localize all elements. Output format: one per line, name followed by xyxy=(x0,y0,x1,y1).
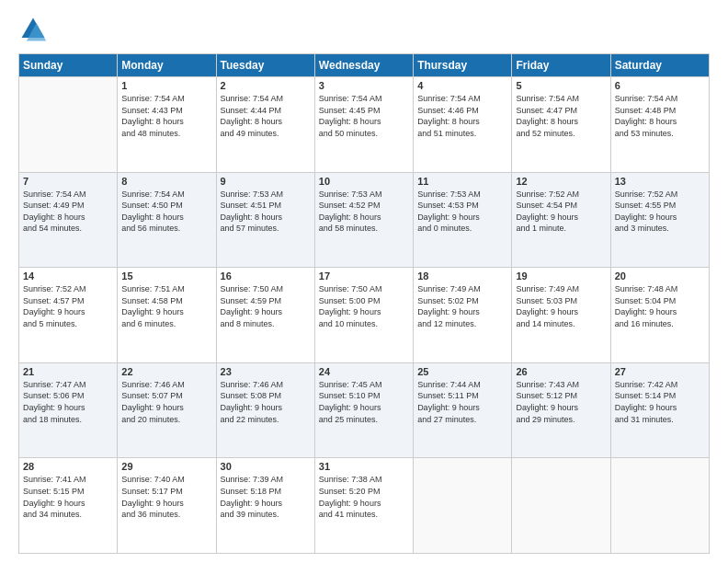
day-number: 30 xyxy=(221,461,311,472)
calendar-cell: 24Sunrise: 7:45 AM Sunset: 5:10 PM Dayli… xyxy=(314,362,413,458)
calendar-cell: 20Sunrise: 7:48 AM Sunset: 5:04 PM Dayli… xyxy=(610,268,709,363)
day-number: 22 xyxy=(121,366,211,377)
day-number: 21 xyxy=(23,366,113,377)
day-number: 10 xyxy=(319,176,409,187)
day-number: 4 xyxy=(417,80,507,91)
day-info: Sunrise: 7:50 AM Sunset: 4:59 PM Dayligh… xyxy=(221,283,311,329)
calendar-cell: 28Sunrise: 7:41 AM Sunset: 5:15 PM Dayli… xyxy=(19,458,118,554)
header xyxy=(18,15,710,44)
calendar-cell: 13Sunrise: 7:52 AM Sunset: 4:55 PM Dayli… xyxy=(610,172,709,268)
calendar-cell: 6Sunrise: 7:54 AM Sunset: 4:48 PM Daylig… xyxy=(610,77,709,173)
weekday-header-friday: Friday xyxy=(512,54,610,77)
day-info: Sunrise: 7:52 AM Sunset: 4:54 PM Dayligh… xyxy=(516,189,606,235)
day-number: 8 xyxy=(121,176,211,187)
day-number: 3 xyxy=(319,80,409,91)
calendar-cell: 31Sunrise: 7:38 AM Sunset: 5:20 PM Dayli… xyxy=(314,458,413,554)
day-number: 5 xyxy=(516,80,606,91)
day-info: Sunrise: 7:54 AM Sunset: 4:45 PM Dayligh… xyxy=(319,93,409,139)
day-number: 19 xyxy=(516,270,606,282)
calendar-cell: 14Sunrise: 7:52 AM Sunset: 4:57 PM Dayli… xyxy=(19,268,118,363)
calendar-cell: 17Sunrise: 7:50 AM Sunset: 5:00 PM Dayli… xyxy=(314,268,413,363)
week-row-3: 14Sunrise: 7:52 AM Sunset: 4:57 PM Dayli… xyxy=(19,268,710,363)
day-info: Sunrise: 7:52 AM Sunset: 4:57 PM Dayligh… xyxy=(23,283,113,329)
weekday-header-monday: Monday xyxy=(118,54,216,77)
calendar-cell: 15Sunrise: 7:51 AM Sunset: 4:58 PM Dayli… xyxy=(118,268,216,363)
day-info: Sunrise: 7:54 AM Sunset: 4:44 PM Dayligh… xyxy=(221,93,311,139)
weekday-header-saturday: Saturday xyxy=(610,54,709,77)
day-info: Sunrise: 7:45 AM Sunset: 5:10 PM Dayligh… xyxy=(319,379,409,425)
weekday-header-tuesday: Tuesday xyxy=(216,54,314,77)
calendar-cell: 10Sunrise: 7:53 AM Sunset: 4:52 PM Dayli… xyxy=(314,172,413,268)
calendar-cell: 16Sunrise: 7:50 AM Sunset: 4:59 PM Dayli… xyxy=(216,268,314,363)
calendar-cell: 4Sunrise: 7:54 AM Sunset: 4:46 PM Daylig… xyxy=(414,77,512,173)
calendar-cell: 25Sunrise: 7:44 AM Sunset: 5:11 PM Dayli… xyxy=(414,362,512,458)
week-row-1: 1Sunrise: 7:54 AM Sunset: 4:43 PM Daylig… xyxy=(19,77,710,173)
day-info: Sunrise: 7:39 AM Sunset: 5:18 PM Dayligh… xyxy=(221,474,311,520)
calendar-cell: 19Sunrise: 7:49 AM Sunset: 5:03 PM Dayli… xyxy=(512,268,610,363)
day-number: 1 xyxy=(121,80,211,91)
day-number: 13 xyxy=(615,176,705,187)
calendar-cell xyxy=(19,77,118,173)
day-number: 29 xyxy=(121,461,211,472)
day-number: 23 xyxy=(221,366,311,377)
day-number: 2 xyxy=(221,80,311,91)
week-row-5: 28Sunrise: 7:41 AM Sunset: 5:15 PM Dayli… xyxy=(19,458,710,554)
calendar-cell: 21Sunrise: 7:47 AM Sunset: 5:06 PM Dayli… xyxy=(19,362,118,458)
week-row-2: 7Sunrise: 7:54 AM Sunset: 4:49 PM Daylig… xyxy=(19,172,710,268)
calendar-cell: 5Sunrise: 7:54 AM Sunset: 4:47 PM Daylig… xyxy=(512,77,610,173)
day-info: Sunrise: 7:49 AM Sunset: 5:02 PM Dayligh… xyxy=(417,283,507,329)
day-number: 20 xyxy=(615,270,705,282)
logo xyxy=(18,15,51,44)
calendar-cell: 3Sunrise: 7:54 AM Sunset: 4:45 PM Daylig… xyxy=(314,77,413,173)
day-info: Sunrise: 7:42 AM Sunset: 5:14 PM Dayligh… xyxy=(615,379,705,425)
calendar-cell: 9Sunrise: 7:53 AM Sunset: 4:51 PM Daylig… xyxy=(216,172,314,268)
calendar-cell: 27Sunrise: 7:42 AM Sunset: 5:14 PM Dayli… xyxy=(610,362,709,458)
calendar-page: SundayMondayTuesdayWednesdayThursdayFrid… xyxy=(0,0,728,563)
day-number: 17 xyxy=(319,270,409,282)
day-number: 24 xyxy=(319,366,409,377)
week-row-4: 21Sunrise: 7:47 AM Sunset: 5:06 PM Dayli… xyxy=(19,362,710,458)
day-info: Sunrise: 7:54 AM Sunset: 4:50 PM Dayligh… xyxy=(121,189,211,235)
calendar-cell xyxy=(512,458,610,554)
calendar-cell: 26Sunrise: 7:43 AM Sunset: 5:12 PM Dayli… xyxy=(512,362,610,458)
day-info: Sunrise: 7:46 AM Sunset: 5:08 PM Dayligh… xyxy=(221,379,311,425)
calendar-cell: 8Sunrise: 7:54 AM Sunset: 4:50 PM Daylig… xyxy=(118,172,216,268)
day-info: Sunrise: 7:53 AM Sunset: 4:51 PM Dayligh… xyxy=(221,189,311,235)
day-number: 9 xyxy=(221,176,311,187)
calendar-cell: 7Sunrise: 7:54 AM Sunset: 4:49 PM Daylig… xyxy=(19,172,118,268)
day-info: Sunrise: 7:53 AM Sunset: 4:52 PM Dayligh… xyxy=(319,189,409,235)
day-info: Sunrise: 7:50 AM Sunset: 5:00 PM Dayligh… xyxy=(319,283,409,329)
day-number: 16 xyxy=(221,270,311,282)
day-info: Sunrise: 7:54 AM Sunset: 4:48 PM Dayligh… xyxy=(615,93,705,139)
calendar-cell: 30Sunrise: 7:39 AM Sunset: 5:18 PM Dayli… xyxy=(216,458,314,554)
day-info: Sunrise: 7:40 AM Sunset: 5:17 PM Dayligh… xyxy=(121,474,211,520)
day-number: 12 xyxy=(516,176,606,187)
calendar-cell: 1Sunrise: 7:54 AM Sunset: 4:43 PM Daylig… xyxy=(118,77,216,173)
day-info: Sunrise: 7:44 AM Sunset: 5:11 PM Dayligh… xyxy=(417,379,507,425)
calendar-cell: 22Sunrise: 7:46 AM Sunset: 5:07 PM Dayli… xyxy=(118,362,216,458)
day-info: Sunrise: 7:54 AM Sunset: 4:43 PM Dayligh… xyxy=(121,93,211,139)
day-info: Sunrise: 7:54 AM Sunset: 4:47 PM Dayligh… xyxy=(516,93,606,139)
calendar-cell: 29Sunrise: 7:40 AM Sunset: 5:17 PM Dayli… xyxy=(118,458,216,554)
day-number: 7 xyxy=(23,176,113,187)
day-number: 27 xyxy=(615,366,705,377)
day-number: 26 xyxy=(516,366,606,377)
day-info: Sunrise: 7:51 AM Sunset: 4:58 PM Dayligh… xyxy=(121,283,211,329)
day-info: Sunrise: 7:43 AM Sunset: 5:12 PM Dayligh… xyxy=(516,379,606,425)
calendar-cell: 2Sunrise: 7:54 AM Sunset: 4:44 PM Daylig… xyxy=(216,77,314,173)
calendar-cell: 18Sunrise: 7:49 AM Sunset: 5:02 PM Dayli… xyxy=(414,268,512,363)
day-info: Sunrise: 7:46 AM Sunset: 5:07 PM Dayligh… xyxy=(121,379,211,425)
calendar-cell xyxy=(414,458,512,554)
day-number: 6 xyxy=(615,80,705,91)
day-info: Sunrise: 7:52 AM Sunset: 4:55 PM Dayligh… xyxy=(615,189,705,235)
calendar-cell xyxy=(610,458,709,554)
day-info: Sunrise: 7:54 AM Sunset: 4:46 PM Dayligh… xyxy=(417,93,507,139)
day-number: 25 xyxy=(417,366,507,377)
day-info: Sunrise: 7:38 AM Sunset: 5:20 PM Dayligh… xyxy=(319,474,409,520)
calendar-cell: 23Sunrise: 7:46 AM Sunset: 5:08 PM Dayli… xyxy=(216,362,314,458)
day-info: Sunrise: 7:53 AM Sunset: 4:53 PM Dayligh… xyxy=(417,189,507,235)
logo-icon xyxy=(18,15,48,44)
day-info: Sunrise: 7:49 AM Sunset: 5:03 PM Dayligh… xyxy=(516,283,606,329)
day-number: 18 xyxy=(417,270,507,282)
weekday-header-wednesday: Wednesday xyxy=(314,54,413,77)
